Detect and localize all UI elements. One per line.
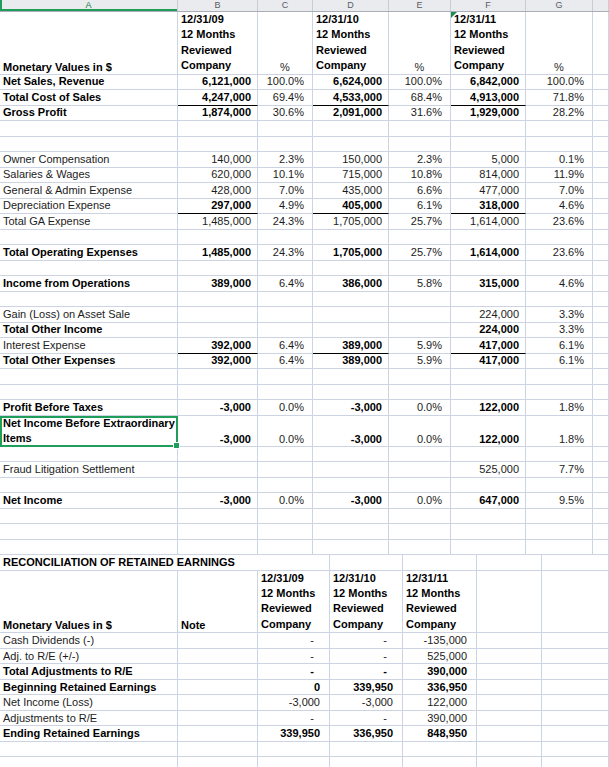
row-label-cell[interactable]: Beginning Retained Earnings	[0, 680, 178, 696]
value-cell[interactable]	[330, 757, 403, 767]
row-label-cell[interactable]	[0, 524, 178, 540]
row-label-cell[interactable]: Cash Dividends (-)	[0, 633, 178, 649]
value-cell[interactable]	[313, 369, 389, 385]
value-cell[interactable]	[178, 121, 258, 137]
cell[interactable]	[477, 649, 542, 665]
cell[interactable]	[593, 230, 609, 246]
note-cell[interactable]	[178, 633, 258, 649]
note-cell[interactable]	[178, 742, 258, 758]
cell[interactable]	[593, 385, 609, 401]
cell[interactable]	[542, 649, 609, 665]
percent-cell[interactable]: 5.8%	[389, 276, 451, 292]
percent-cell[interactable]: 0.0%	[258, 493, 313, 509]
value-cell[interactable]: 417,000	[451, 338, 526, 354]
percent-cell[interactable]	[389, 230, 451, 246]
value-cell[interactable]: 6,842,000	[451, 75, 526, 91]
percent-cell[interactable]: 4.6%	[526, 199, 593, 215]
cell[interactable]	[403, 555, 477, 571]
value-cell[interactable]: -	[330, 664, 403, 680]
value-cell[interactable]	[178, 292, 258, 308]
row-label-cell[interactable]: Salaries & Wages	[0, 168, 178, 184]
row-label-cell[interactable]: Fraud Litigation Settlement	[0, 462, 178, 478]
note-cell[interactable]	[178, 649, 258, 665]
percent-cell[interactable]	[258, 292, 313, 308]
value-cell[interactable]: 336,950	[330, 726, 403, 742]
cell[interactable]	[593, 75, 609, 91]
value-cell[interactable]: -	[258, 664, 330, 680]
percent-cell[interactable]: 28.2%	[526, 106, 593, 122]
percent-cell[interactable]	[526, 292, 593, 308]
value-cell[interactable]	[451, 447, 526, 463]
cell[interactable]	[593, 540, 609, 556]
percent-cell[interactable]	[389, 447, 451, 463]
value-cell[interactable]	[313, 385, 389, 401]
row-label-cell[interactable]: Owner Compensation	[0, 152, 178, 168]
cell[interactable]	[542, 757, 609, 767]
cell[interactable]	[542, 695, 609, 711]
percent-cell[interactable]	[389, 524, 451, 540]
percent-cell[interactable]	[526, 230, 593, 246]
percent-cell[interactable]	[389, 261, 451, 277]
value-cell[interactable]: 417,000	[451, 354, 526, 370]
value-cell[interactable]: 389,000	[178, 276, 258, 292]
cell[interactable]	[593, 245, 609, 261]
cell[interactable]	[593, 168, 609, 184]
value-cell[interactable]: 122,000	[403, 695, 477, 711]
value-cell[interactable]	[451, 261, 526, 277]
cell[interactable]	[593, 478, 609, 494]
value-cell[interactable]: -	[330, 711, 403, 727]
value-cell[interactable]: 339,950	[330, 680, 403, 696]
value-cell[interactable]: 390,000	[403, 664, 477, 680]
percent-cell[interactable]	[258, 369, 313, 385]
value-cell[interactable]: -	[330, 649, 403, 665]
percent-cell[interactable]: 31.6%	[389, 106, 451, 122]
value-cell[interactable]	[451, 524, 526, 540]
percent-cell[interactable]	[258, 323, 313, 339]
column-header-d[interactable]: D	[313, 0, 389, 11]
monetary-values-header-cell[interactable]: Monetary Values in $	[0, 571, 178, 634]
cell[interactable]	[593, 447, 609, 463]
percent-cell[interactable]	[258, 307, 313, 323]
row-label-cell[interactable]: Income from Operations	[0, 276, 178, 292]
percent-cell[interactable]: 6.1%	[526, 354, 593, 370]
percent-cell[interactable]: 0.0%	[389, 400, 451, 416]
value-cell[interactable]: 224,000	[451, 323, 526, 339]
percent-cell[interactable]	[389, 137, 451, 153]
value-cell[interactable]: 4,247,000	[178, 90, 258, 106]
percent-cell[interactable]: 100.0%	[526, 75, 593, 91]
value-cell[interactable]	[451, 385, 526, 401]
cell[interactable]	[542, 742, 609, 758]
value-cell[interactable]	[313, 478, 389, 494]
percent-cell[interactable]: 25.7%	[389, 245, 451, 261]
percent-cell[interactable]	[526, 261, 593, 277]
row-label-cell[interactable]	[0, 757, 178, 767]
cell[interactable]	[593, 400, 609, 416]
value-cell[interactable]	[178, 385, 258, 401]
percent-cell[interactable]: 1.8%	[526, 416, 593, 447]
row-label-cell[interactable]: Total Adjustments to R/E	[0, 664, 178, 680]
value-cell[interactable]: 390,000	[403, 711, 477, 727]
percent-cell[interactable]: 2.3%	[258, 152, 313, 168]
percent-cell[interactable]	[389, 462, 451, 478]
monetary-values-header-cell[interactable]: Monetary Values in $	[0, 12, 178, 75]
value-cell[interactable]	[313, 509, 389, 525]
cell[interactable]	[477, 571, 542, 634]
value-cell[interactable]	[451, 121, 526, 137]
percent-cell[interactable]: 24.3%	[258, 214, 313, 230]
cell[interactable]	[477, 680, 542, 696]
value-cell[interactable]	[451, 137, 526, 153]
percent-cell[interactable]: 24.3%	[258, 245, 313, 261]
row-label-cell[interactable]	[0, 230, 178, 246]
value-cell[interactable]	[178, 369, 258, 385]
column-header-a[interactable]: A	[0, 0, 178, 11]
value-cell[interactable]: -3,000	[178, 416, 258, 447]
row-label-cell[interactable]	[0, 478, 178, 494]
value-cell[interactable]	[178, 540, 258, 556]
cell[interactable]	[593, 509, 609, 525]
percent-cell[interactable]: 30.6%	[258, 106, 313, 122]
value-cell[interactable]	[178, 462, 258, 478]
value-cell[interactable]: 4,533,000	[313, 90, 389, 106]
cell[interactable]	[477, 742, 542, 758]
note-cell[interactable]	[178, 757, 258, 767]
percent-cell[interactable]: 0.0%	[389, 416, 451, 447]
